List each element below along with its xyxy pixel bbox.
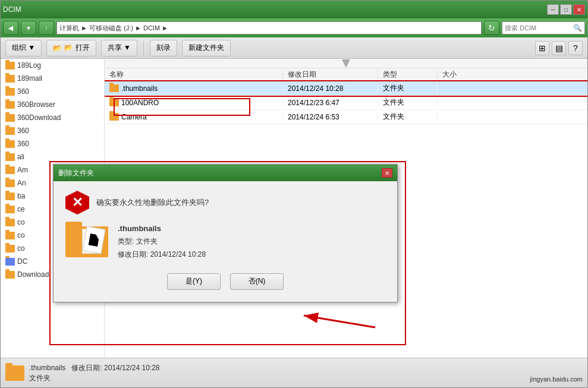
- dialog-no-button[interactable]: 否(N): [230, 273, 284, 290]
- dialog-body: ✕ 确实要永久性地删除此文件夹吗?: [54, 181, 397, 302]
- dialog-title: 删除文件夹: [58, 168, 94, 178]
- dialog-folder-preview: [65, 222, 108, 257]
- folder-paper-front: [83, 226, 106, 254]
- dialog-yes-button[interactable]: 是(Y): [167, 273, 221, 290]
- warning-icon: ✕: [65, 191, 89, 214]
- watermark: jingyan.baidu.com: [530, 376, 583, 383]
- dialog-close-button[interactable]: ✕: [382, 168, 392, 178]
- dialog-question: 确实要永久性地删除此文件夹吗?: [96, 197, 209, 208]
- dialog-file-type: 类型: 文件夹: [118, 235, 206, 248]
- dialog-file-name: .thumbnails: [118, 222, 206, 235]
- delete-dialog: 删除文件夹 ✕ ✕ 确实要永久性地删除此文件夹吗?: [53, 164, 398, 302]
- dialog-overlay: 删除文件夹 ✕ ✕ 确实要永久性地删除此文件夹吗?: [1, 1, 587, 387]
- dialog-file-details: .thumbnails 类型: 文件夹 修改日期: 2014/12/24 10:…: [118, 222, 206, 261]
- dialog-title-bar: 删除文件夹 ✕: [54, 165, 397, 181]
- dialog-buttons: 是(Y) 否(N): [65, 269, 385, 292]
- dialog-file-info: .thumbnails 类型: 文件夹 修改日期: 2014/12/24 10:…: [65, 222, 385, 261]
- main-window: DCIM ─ □ ✕ ◄ ▼ ↑ 计算机 ► 可移动磁盘 (J:) ► DCIM…: [0, 0, 588, 388]
- folder-body: [65, 226, 108, 257]
- dialog-file-date: 修改日期: 2014/12/24 10:28: [118, 248, 206, 261]
